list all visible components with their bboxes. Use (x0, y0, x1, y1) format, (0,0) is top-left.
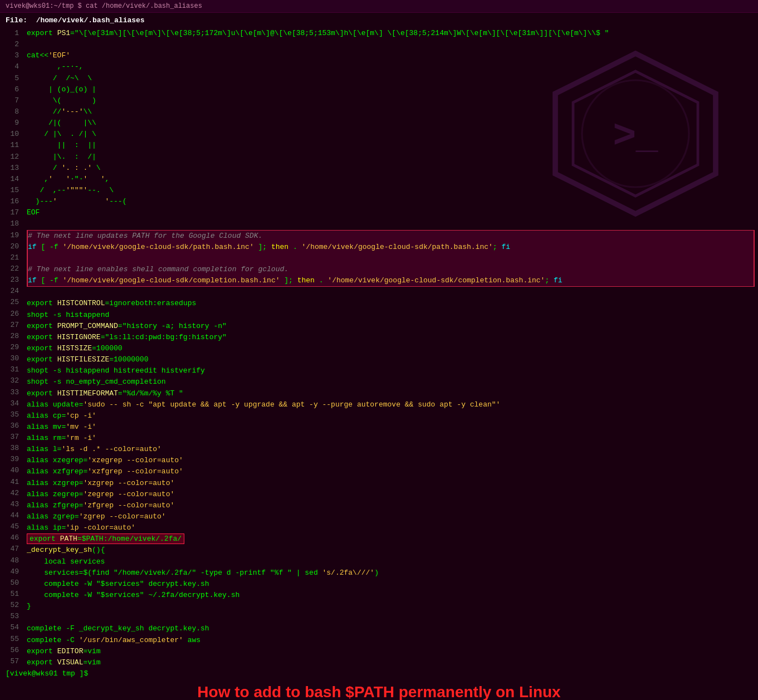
line-number: 34 (4, 398, 19, 409)
line-number: 11 (4, 140, 19, 151)
line-number: 52 (4, 600, 19, 611)
code-line: export HISTSIZE=100000 (27, 343, 755, 354)
line-number: 12 (4, 151, 19, 163)
line-number: 14 (4, 174, 19, 185)
code-line (27, 39, 755, 50)
code-line: alias rm='rm -i' (27, 433, 755, 444)
page-title: How to add to bash $PATH permanently on … (197, 683, 560, 700)
terminal-titlebar: vivek@wks01:~/tmp $ cat /home/vivek/.bas… (0, 0, 758, 13)
line-number: 6 (4, 84, 19, 95)
line-number: 29 (4, 342, 19, 353)
code-line: || : || (27, 140, 755, 151)
line-number: 46 (4, 532, 19, 544)
line-number: 3 (4, 50, 19, 61)
line-number: 37 (4, 432, 19, 443)
line-number: 25 (4, 297, 19, 308)
code-line: services=$(find "/home/vivek/.2fa/" -typ… (27, 567, 755, 579)
line-number: 33 (4, 387, 19, 398)
prompt-text: [vivek@wks01 tmp ]$ (6, 669, 88, 678)
code-line: export PROMPT_COMMAND="history -a; histo… (27, 321, 755, 332)
line-number: 16 (4, 196, 19, 207)
code-line: } (27, 601, 755, 612)
line-number: 5 (4, 73, 19, 84)
code-line: | (o)_(o) | (27, 84, 755, 95)
code-line: \( ) (27, 95, 755, 106)
line-number: 45 (4, 521, 19, 532)
code-line: # The next line updates PATH for the Goo… (27, 230, 755, 242)
code-line: alias ip='ip -color=auto' (27, 522, 755, 533)
line-number: 36 (4, 420, 19, 432)
line-number: 57 (4, 656, 19, 667)
code-line (27, 218, 755, 229)
line-number: 39 (4, 454, 19, 465)
code-content: export PS1="\[\e[31m\][\[\e[m\]\[\e[38;5… (23, 28, 758, 668)
code-line: _decrypt_key_sh(){ (27, 545, 755, 556)
line-number: 49 (4, 566, 19, 577)
code-line: export VISUAL=vim (27, 657, 755, 668)
code-line: ,--·-, (27, 61, 755, 72)
code-line (27, 287, 755, 298)
line-number: 43 (4, 499, 19, 510)
code-line: export HISTIGNORE="ls:ll:cd:pwd:bg:fg:hi… (27, 332, 755, 343)
file-path: /home/vivek/.bash_aliases (36, 16, 145, 25)
line-number: 51 (4, 589, 19, 600)
line-number: 32 (4, 375, 19, 386)
line-number: 10 (4, 129, 19, 140)
code-line: shopt -s no_empty_cmd_completion (27, 376, 755, 388)
line-number: 18 (4, 218, 19, 229)
code-line: export PS1="\[\e[31m\][\[\e[m\]\[\e[38;5… (27, 28, 755, 39)
code-line: export HISTCONTROL=ignoreboth:erasedups (27, 298, 755, 309)
line-number: 55 (4, 634, 19, 645)
line-number: 56 (4, 645, 19, 656)
code-line: alias xzfgrep='xzfgrep --color=auto' (27, 466, 755, 477)
page-title-area: How to add to bash $PATH permanently on … (0, 679, 758, 700)
line-number: 35 (4, 409, 19, 420)
line-number: 30 (4, 353, 19, 364)
code-line: )---' '---( (27, 196, 755, 207)
code-line: / /~\ \ (27, 73, 755, 84)
terminal-title: vivek@wks01:~/tmp $ cat /home/vivek/.bas… (6, 2, 202, 10)
line-number: 26 (4, 309, 19, 320)
code-line: alias cp='cp -i' (27, 410, 755, 422)
code-line: if [ -f '/home/vivek/google-cloud-sdk/co… (27, 275, 755, 287)
code-line: EOF (27, 207, 755, 218)
code-line: local services (27, 556, 755, 567)
line-number: 21 (4, 252, 19, 263)
code-line: export HISTFILESIZE=10000000 (27, 354, 755, 365)
line-number: 2 (4, 39, 19, 50)
code-line: |\. : /| (27, 151, 755, 163)
line-number: 47 (4, 544, 19, 555)
line-number: 9 (4, 118, 19, 129)
line-number: 53 (4, 611, 19, 622)
code-line: export PATH=$PATH:/home/vivek/.2fa/ (27, 533, 755, 545)
line-number: 31 (4, 364, 19, 375)
code-area: 1234567891011121314151617181920212223242… (0, 28, 758, 668)
line-number: 13 (4, 163, 19, 174)
line-number: 40 (4, 465, 19, 476)
file-header: File: /home/vivek/.bash_aliases (0, 13, 758, 28)
line-number: 27 (4, 320, 19, 331)
code-line: # The next line enables shell command co… (27, 264, 755, 275)
prompt-line: [vivek@wks01 tmp ]$ (0, 668, 758, 679)
line-number: 22 (4, 263, 19, 275)
code-line: alias xzgrep='xzgrep --color=auto' (27, 478, 755, 489)
line-number: 17 (4, 207, 19, 218)
code-line: complete -F _decrypt_key_sh decrypt.key.… (27, 623, 755, 634)
code-line: shopt -s histappend histreedit histverif… (27, 365, 755, 376)
line-number: 38 (4, 443, 19, 454)
code-line: alias l='ls -d .* --color=auto' (27, 444, 755, 455)
code-line: complete -W "$services" ~/.2fa/decrypt.k… (27, 590, 755, 601)
line-number: 48 (4, 555, 19, 566)
line-number: 23 (4, 275, 19, 286)
code-line: ,' '·"·' ', (27, 174, 755, 185)
code-line: /|( |\\ (27, 118, 755, 129)
code-line: alias mv='mv -i' (27, 422, 755, 433)
code-line: export HISTTIMEFORMAT="%d/%m/%y %T " (27, 388, 755, 399)
line-number: 1 (4, 28, 19, 39)
code-line: complete -C '/usr/bin/aws_completer' aws (27, 635, 755, 646)
line-number: 20 (4, 241, 19, 252)
code-line: cat<<'EOF' (27, 50, 755, 61)
line-number: 15 (4, 185, 19, 196)
line-number: 42 (4, 488, 19, 499)
line-number: 50 (4, 577, 19, 589)
